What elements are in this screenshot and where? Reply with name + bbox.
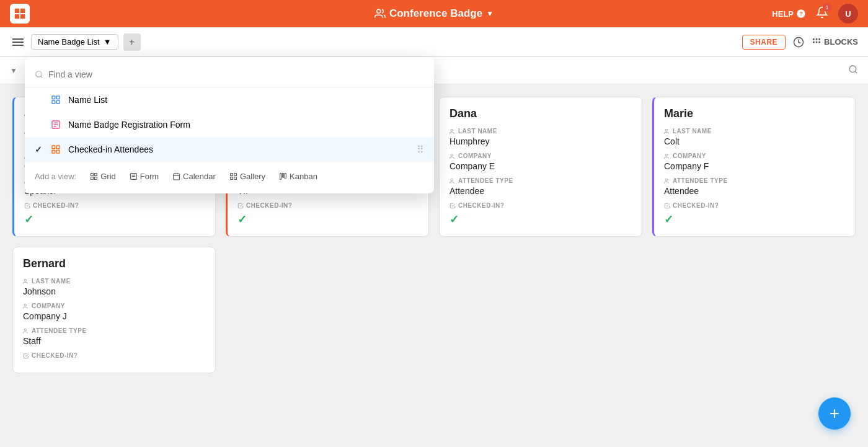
header-title-area: Conference Badge ▼	[374, 7, 494, 20]
add-record-fab[interactable]: +	[818, 397, 851, 430]
svg-rect-56	[234, 177, 236, 180]
attendee-card-bernard[interactable]: Bernard LAST NAME Johnson COMPANY Compan…	[12, 247, 216, 373]
svg-point-26	[849, 66, 856, 73]
card-marie-checked-label: CHECKED-IN?	[664, 202, 845, 209]
svg-point-70	[665, 154, 667, 156]
svg-rect-54	[234, 174, 236, 176]
svg-rect-13	[818, 41, 820, 43]
sidebar-toggle[interactable]	[10, 36, 26, 48]
svg-rect-3	[20, 14, 25, 19]
svg-rect-31	[56, 96, 60, 99]
add-form-view-option[interactable]: Form	[125, 169, 164, 184]
svg-rect-0	[15, 9, 19, 13]
card-dana-last-name: Humphrey	[450, 136, 632, 146]
svg-rect-11	[813, 41, 815, 43]
svg-rect-12	[816, 41, 818, 43]
card-marie-company: Company F	[664, 161, 845, 171]
card-bernard-checked-label: CHECKED-IN?	[23, 352, 205, 359]
svg-point-74	[24, 329, 26, 330]
view-item-form[interactable]: Name Badge Registration Form	[25, 112, 434, 137]
svg-rect-42	[91, 174, 94, 176]
card-marie-name: Marie	[664, 107, 845, 120]
svg-text:?: ?	[799, 11, 803, 17]
add-kanban-view-option[interactable]: Kanban	[274, 169, 322, 184]
share-button[interactable]: SHARE	[742, 35, 786, 50]
card-j-checked-value: ✓	[24, 213, 205, 226]
view-selector-button[interactable]: Name Badge List ▼	[31, 34, 118, 50]
view-item-checked-in[interactable]: ✓ Checked-in Attendees ⠿	[25, 137, 434, 162]
svg-line-29	[41, 76, 43, 78]
toolbar-right: SHARE BLOCKS	[742, 35, 858, 50]
svg-point-66	[451, 129, 453, 131]
svg-rect-33	[56, 100, 60, 104]
main-toolbar: Name Badge List ▼ + SHARE BLOCKS	[0, 27, 868, 57]
title-dropdown-icon[interactable]: ▼	[486, 9, 494, 18]
notification-bell[interactable]: 1	[816, 6, 828, 21]
svg-rect-9	[816, 38, 818, 40]
grid-view-icon	[50, 94, 62, 106]
attendee-card-marie[interactable]: Marie LAST NAME Colt COMPANY Company F A…	[652, 97, 856, 237]
svg-point-67	[451, 154, 453, 156]
view-dropdown: Name List Name Badge Registration Form ✓…	[25, 57, 434, 193]
card-dana-last-name-label: LAST NAME	[450, 128, 632, 135]
find-view-input[interactable]	[48, 69, 424, 79]
add-view-section: Add a view: Grid Form Calendar	[25, 162, 434, 186]
view-checked-in-label: Checked-in Attendees	[68, 144, 410, 154]
view-dropdown-arrow: ▼	[104, 37, 112, 46]
gallery-view-icon	[50, 143, 62, 156]
card-bernard-name: Bernard	[23, 257, 205, 270]
svg-rect-40	[52, 150, 55, 153]
svg-point-71	[665, 179, 667, 180]
card-marie-type: Attendee	[664, 186, 845, 196]
attendee-card-dana[interactable]: Dana LAST NAME Humphrey COMPANY Company …	[439, 97, 642, 237]
add-gallery-view-option[interactable]: Gallery	[224, 169, 270, 184]
app-logo[interactable]	[10, 4, 30, 24]
card-bernard-type: Staff	[23, 336, 205, 346]
svg-rect-32	[52, 100, 55, 104]
svg-point-28	[36, 71, 42, 77]
svg-line-27	[855, 71, 857, 73]
user-avatar[interactable]: U	[838, 4, 858, 24]
app-header: Conference Badge ▼ HELP ? 1 U	[0, 0, 868, 27]
card-bernard-company-label: COMPANY	[23, 303, 205, 309]
svg-point-72	[24, 279, 26, 281]
card-marie-company-label: COMPANY	[664, 153, 845, 159]
help-button[interactable]: HELP ?	[772, 9, 806, 19]
svg-rect-39	[56, 146, 60, 149]
search-button[interactable]	[848, 64, 858, 77]
svg-rect-49	[174, 174, 180, 180]
dropdown-search-icon	[35, 70, 43, 79]
blocks-button[interactable]: BLOCKS	[812, 37, 858, 47]
svg-rect-8	[813, 38, 815, 40]
notification-badge: 1	[823, 3, 831, 12]
add-calendar-view-option[interactable]: Calendar	[167, 169, 221, 184]
card-bernard-last-name: Johnson	[23, 286, 205, 296]
header-actions: HELP ? 1 U	[772, 4, 858, 24]
svg-rect-59	[285, 174, 286, 179]
card-dana-checked-label: CHECKED-IN?	[450, 202, 632, 209]
current-view-label: Name Badge List	[38, 37, 100, 46]
view-item-name-list[interactable]: Name List	[25, 87, 434, 112]
add-view-button[interactable]: +	[123, 33, 141, 51]
dropdown-search-area	[25, 64, 434, 87]
svg-rect-57	[280, 174, 281, 180]
card-vip-checked-label: CHECKED-IN?	[237, 202, 418, 209]
svg-rect-2	[15, 14, 19, 19]
card-dana-type: Attendee	[450, 186, 632, 196]
collapse-icon[interactable]: ▼	[10, 66, 17, 75]
svg-point-69	[665, 129, 667, 131]
svg-rect-10	[818, 38, 820, 40]
svg-rect-30	[52, 96, 55, 99]
svg-rect-43	[95, 174, 97, 176]
card-bernard-last-name-label: LAST NAME	[23, 278, 205, 285]
svg-point-4	[377, 9, 381, 13]
add-grid-view-option[interactable]: Grid	[85, 169, 121, 184]
drag-handle-icon[interactable]: ⠿	[417, 144, 424, 156]
card-vip-checked-value: ✓	[237, 213, 418, 226]
history-icon[interactable]	[793, 37, 804, 48]
toolbar-left: Name Badge List ▼ +	[10, 33, 737, 51]
app-title: Conference Badge	[389, 7, 482, 20]
svg-rect-45	[95, 177, 97, 180]
card-marie-last-name-label: LAST NAME	[664, 128, 845, 135]
svg-point-73	[24, 304, 26, 306]
